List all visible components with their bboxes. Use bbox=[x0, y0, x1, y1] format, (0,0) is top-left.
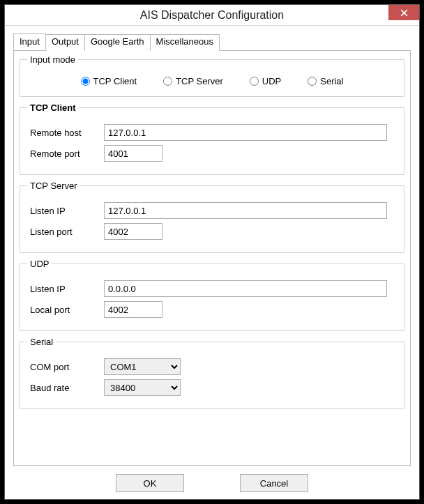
legend-tcp-server: TCP Server bbox=[27, 181, 80, 191]
fieldset-serial: Serial COM port COM1 Baud rate 38400 bbox=[20, 337, 404, 409]
input-tcp-listen-port[interactable] bbox=[104, 223, 162, 240]
label-udp-listen-ip: Listen IP bbox=[27, 284, 104, 294]
radio-tcp-client[interactable]: TCP Client bbox=[81, 76, 137, 86]
radio-serial[interactable]: Serial bbox=[308, 76, 343, 86]
fieldset-udp: UDP Listen IP Local port bbox=[20, 259, 404, 331]
window-title: AIS Dispatcher Configuration bbox=[5, 9, 419, 22]
label-com-port: COM port bbox=[27, 362, 104, 372]
tab-input[interactable]: Input bbox=[13, 33, 46, 50]
ok-button[interactable]: OK bbox=[116, 474, 184, 492]
close-icon bbox=[400, 9, 408, 17]
fieldset-tcp-client: TCP Client Remote host Remote port bbox=[20, 102, 404, 175]
radio-serial-label: Serial bbox=[320, 76, 343, 86]
input-remote-host[interactable] bbox=[104, 124, 387, 141]
legend-serial: Serial bbox=[27, 337, 56, 347]
close-button[interactable] bbox=[388, 5, 419, 20]
select-com-port[interactable]: COM1 bbox=[104, 358, 181, 375]
select-baud-rate[interactable]: 38400 bbox=[104, 379, 181, 396]
label-baud-rate: Baud rate bbox=[27, 383, 104, 393]
button-row: OK Cancel bbox=[13, 466, 411, 492]
tab-output[interactable]: Output bbox=[45, 34, 85, 51]
label-udp-local-port: Local port bbox=[27, 305, 104, 315]
radio-serial-input[interactable] bbox=[308, 77, 317, 86]
radio-udp[interactable]: UDP bbox=[250, 76, 281, 86]
legend-input-mode: Input mode bbox=[27, 54, 78, 65]
radio-tcp-client-label: TCP Client bbox=[93, 76, 137, 86]
input-udp-listen-ip[interactable] bbox=[104, 280, 387, 297]
label-tcp-listen-port: Listen port bbox=[27, 227, 104, 237]
legend-tcp-client: TCP Client bbox=[27, 102, 79, 113]
content-area: Input Output Google Earth Miscellaneous … bbox=[5, 26, 419, 492]
dialog-window: AIS Dispatcher Configuration Input Outpu… bbox=[4, 4, 420, 500]
tab-panel-input: Input mode TCP Client TCP Server UDP bbox=[13, 50, 411, 466]
cancel-button[interactable]: Cancel bbox=[240, 474, 308, 492]
input-mode-radio-group: TCP Client TCP Server UDP Serial bbox=[27, 72, 397, 88]
radio-tcp-client-input[interactable] bbox=[81, 77, 90, 86]
fieldset-input-mode: Input mode TCP Client TCP Server UDP bbox=[20, 54, 404, 97]
fieldset-tcp-server: TCP Server Listen IP Listen port bbox=[20, 181, 404, 253]
tab-google-earth[interactable]: Google Earth bbox=[84, 34, 151, 51]
input-tcp-listen-ip[interactable] bbox=[104, 202, 387, 219]
input-udp-local-port[interactable] bbox=[104, 301, 162, 318]
titlebar: AIS Dispatcher Configuration bbox=[5, 5, 419, 26]
radio-tcp-server-label: TCP Server bbox=[176, 76, 223, 86]
legend-udp: UDP bbox=[27, 259, 52, 269]
label-remote-host: Remote host bbox=[27, 128, 104, 138]
radio-udp-label: UDP bbox=[262, 76, 281, 86]
label-tcp-listen-ip: Listen IP bbox=[27, 206, 104, 216]
input-remote-port[interactable] bbox=[104, 145, 162, 162]
tabs: Input Output Google Earth Miscellaneous bbox=[13, 33, 411, 51]
tab-miscellaneous[interactable]: Miscellaneous bbox=[150, 34, 220, 51]
radio-tcp-server[interactable]: TCP Server bbox=[163, 76, 223, 86]
radio-udp-input[interactable] bbox=[250, 77, 259, 86]
radio-tcp-server-input[interactable] bbox=[163, 77, 172, 86]
label-remote-port: Remote port bbox=[27, 148, 104, 159]
